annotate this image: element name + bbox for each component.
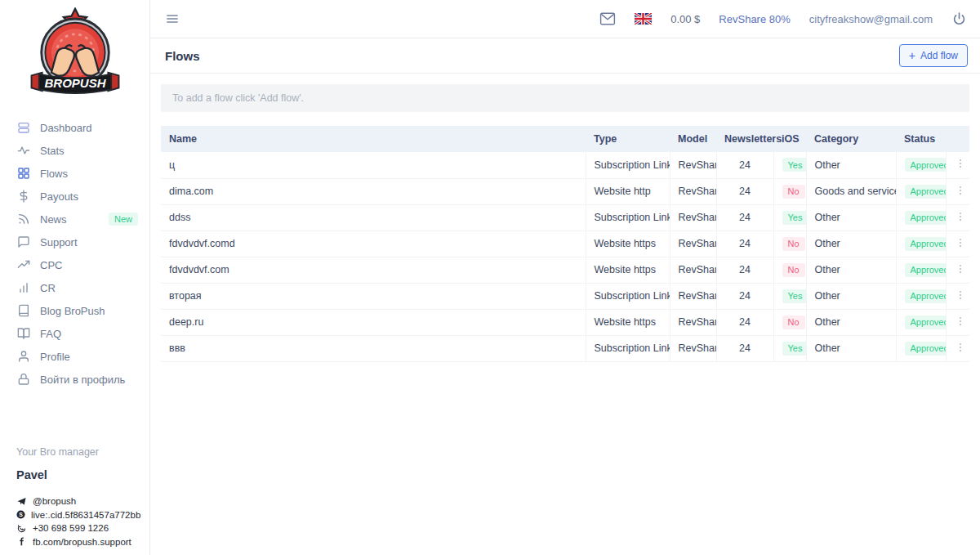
bropush-logo-image: BROPUSH: [25, 7, 125, 105]
flow-newsletters-cell: 24: [716, 204, 773, 231]
logout-power-icon[interactable]: [951, 11, 967, 27]
contact-value: @bropush: [33, 496, 76, 506]
sidebar-item-login-profile[interactable]: Войти в профиль: [0, 368, 149, 391]
flow-type-cell: Website https: [586, 257, 670, 283]
flow-newsletters-cell: 24: [716, 152, 773, 178]
flow-ios-cell: No: [773, 178, 806, 204]
sidebar-item-label: Войти в профиль: [40, 374, 125, 386]
dashboard-icon: [16, 121, 30, 135]
flow-actions-cell: [946, 309, 969, 335]
ios-badge: No: [782, 237, 805, 251]
contact-facebook[interactable]: fb.com/bropush.support: [16, 535, 138, 549]
flow-ios-cell: Yes: [773, 204, 806, 231]
row-menu-icon[interactable]: [955, 158, 966, 169]
flow-ios-cell: No: [773, 231, 806, 257]
flow-ios-cell: Yes: [773, 335, 806, 361]
row-menu-icon[interactable]: [955, 316, 966, 327]
flow-name-cell[interactable]: fdvdvdvf.comd: [161, 231, 586, 257]
table-header-row: Name Type Model Newsletters iOS Category…: [161, 126, 969, 152]
flow-name-cell[interactable]: fdvdvdvf.com: [161, 257, 586, 283]
balance-amount[interactable]: 0.00 $: [670, 13, 700, 25]
contact-whatsapp[interactable]: +30 698 599 1226: [16, 521, 138, 535]
sidebar-item-profile[interactable]: Profile: [0, 345, 149, 368]
sidebar-item-label: Payouts: [40, 190, 78, 203]
facebook-icon: [16, 537, 27, 546]
sidebar-item-dashboard[interactable]: Dashboard: [0, 116, 149, 139]
flow-name-cell[interactable]: dima.com: [161, 178, 586, 204]
contact-skype[interactable]: S live:.cid.5f8631457a772bb: [16, 508, 138, 522]
user-icon: [16, 350, 30, 364]
flow-name-cell[interactable]: ц: [161, 152, 586, 178]
sidebar-item-support[interactable]: Support: [0, 231, 149, 253]
sidebar-item-flows[interactable]: Flows: [0, 162, 149, 185]
flow-category-cell: Other: [806, 309, 896, 335]
row-menu-icon[interactable]: [955, 211, 966, 222]
app-window: BROPUSH Dashboard Stats Flows: [0, 0, 980, 555]
menu-toggle-icon[interactable]: [165, 12, 180, 25]
table-row: ddss Subscription Links RevShare 24 Yes …: [161, 204, 969, 231]
whatsapp-icon: [16, 524, 27, 533]
sidebar-item-cr[interactable]: CR: [0, 276, 149, 299]
flow-newsletters-cell: 24: [716, 231, 773, 257]
flow-actions-cell: [946, 152, 969, 178]
messages-icon[interactable]: [599, 12, 616, 25]
account-email[interactable]: cityfreakshow@gmail.com: [809, 13, 933, 25]
row-menu-icon[interactable]: [955, 342, 966, 353]
flow-actions-cell: [946, 178, 969, 204]
status-badge: Approved: [905, 263, 947, 277]
status-badge: Approved: [905, 185, 947, 199]
col-header-name[interactable]: Name: [161, 126, 586, 152]
add-flow-button[interactable]: + Add flow: [899, 44, 968, 67]
row-menu-icon[interactable]: [955, 289, 966, 301]
cpc-icon: [16, 258, 30, 272]
sidebar-item-payouts[interactable]: Payouts: [0, 185, 149, 208]
sidebar-item-label: Profile: [40, 351, 70, 363]
col-header-type[interactable]: Type: [586, 126, 670, 152]
contact-telegram[interactable]: @bropush: [16, 495, 138, 508]
flows-content: To add a flow click 'Add flow'. Name Typ…: [150, 74, 980, 373]
ios-badge: No: [782, 185, 805, 199]
lock-icon: [16, 373, 30, 387]
contact-value: fb.com/bropush.support: [33, 537, 131, 547]
flow-name-cell[interactable]: вторая: [161, 283, 586, 309]
sidebar-item-stats[interactable]: Stats: [0, 139, 149, 162]
bropush-logo[interactable]: BROPUSH: [0, 0, 149, 113]
flow-name-cell[interactable]: ввв: [161, 335, 586, 361]
sidebar-item-news[interactable]: News New: [0, 208, 149, 231]
row-menu-icon[interactable]: [955, 237, 966, 248]
table-row: dima.com Website http RevShare 24 No Goo…: [161, 178, 969, 204]
sidebar-item-label: News: [40, 213, 67, 226]
col-header-category[interactable]: Category: [806, 126, 896, 152]
flow-name-cell[interactable]: deep.ru: [161, 309, 586, 335]
ios-badge: Yes: [782, 342, 807, 356]
revshare-rate[interactable]: RevShare 80%: [719, 13, 790, 25]
status-badge: Approved: [905, 158, 947, 172]
flow-status-cell: Approved: [896, 283, 946, 309]
flow-category-cell: Goods and services: [806, 178, 896, 204]
col-header-model[interactable]: Model: [670, 126, 716, 152]
flows-table: Name Type Model Newsletters iOS Category…: [161, 126, 969, 362]
manager-name: Pavel: [16, 468, 138, 481]
topbar: 0.00 $ RevShare 80% cityfreakshow@gmail.…: [150, 0, 980, 38]
flow-type-cell: Website https: [586, 231, 670, 257]
language-flag-icon[interactable]: [635, 13, 652, 25]
flow-status-cell: Approved: [896, 231, 946, 257]
row-menu-icon[interactable]: [955, 263, 966, 275]
status-badge: Approved: [905, 237, 947, 251]
flow-name-cell[interactable]: ddss: [161, 204, 586, 231]
sidebar-item-blog[interactable]: Blog BroPush: [0, 299, 149, 322]
flow-model-cell: RevShare: [670, 309, 716, 335]
flow-newsletters-cell: 24: [716, 283, 773, 309]
row-menu-icon[interactable]: [955, 185, 966, 196]
sidebar-item-cpc[interactable]: CPC: [0, 253, 149, 276]
flow-ios-cell: Yes: [773, 152, 806, 178]
flow-type-cell: Subscription Links: [586, 335, 670, 361]
flow-status-cell: Approved: [896, 309, 946, 335]
sidebar-item-label: Blog BroPush: [40, 305, 105, 317]
sidebar-item-faq[interactable]: FAQ: [0, 322, 149, 345]
manager-contacts: @bropush S live:.cid.5f8631457a772bb +30…: [16, 495, 138, 548]
flow-newsletters-cell: 24: [716, 178, 773, 204]
col-header-status[interactable]: Status: [896, 126, 946, 152]
flow-status-cell: Approved: [896, 335, 946, 361]
col-header-newsletters[interactable]: Newsletters: [716, 126, 773, 152]
